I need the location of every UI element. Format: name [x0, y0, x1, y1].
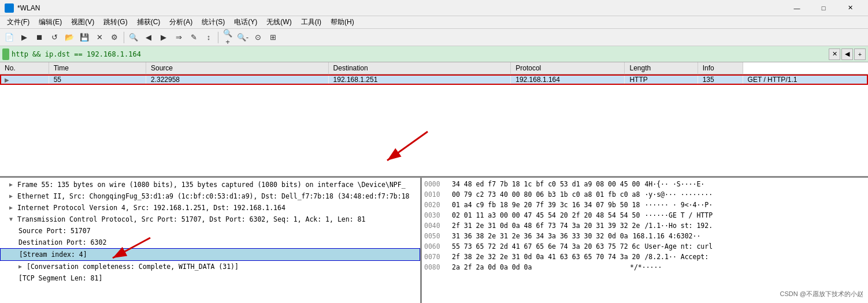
title-bar: *WLAN — □ ✕ [0, 0, 868, 16]
menu-view[interactable]: 视图(V) [66, 16, 99, 28]
detail-text-frame: Frame 55: 135 bytes on wire (1080 bits),… [17, 179, 406, 190]
expand-icon-ip: ▶ [9, 203, 15, 213]
toolbar-mark[interactable]: ✎ [187, 31, 201, 44]
hex-offset: 0050 [424, 231, 447, 241]
detail-sub-conv[interactable]: ▶ [Conversation completeness: Complete, … [0, 261, 420, 272]
close-button[interactable]: ✕ [837, 0, 863, 16]
menu-help[interactable]: 帮助(H) [326, 16, 359, 28]
menu-analyze[interactable]: 分析(A) [165, 16, 197, 28]
toolbar-close[interactable]: ✕ [92, 31, 106, 44]
table-row[interactable]: ▶ 55 2.322958 192.168.1.251 192.168.1.16… [0, 74, 868, 85]
menu-capture[interactable]: 捕获(C) [132, 16, 165, 28]
detail-row-frame[interactable]: ▶ Frame 55: 135 bytes on wire (1080 bits… [0, 179, 420, 190]
filter-input[interactable] [12, 50, 829, 58]
detail-sub-seglen[interactable]: [TCP Segment Len: 81] [0, 272, 420, 284]
col-destination[interactable]: Destination [328, 62, 511, 74]
menu-wireless[interactable]: 无线(W) [262, 16, 296, 28]
packet-list: No. Time Source Destination Protocol Len… [0, 62, 868, 178]
packet-table: No. Time Source Destination Protocol Len… [0, 62, 868, 85]
menu-edit[interactable]: 编辑(E) [34, 16, 66, 28]
toolbar-search[interactable]: 🔍 [127, 31, 140, 44]
toolbar-reload[interactable]: ⚙ [107, 31, 121, 44]
filter-clear-button[interactable]: ✕ [829, 48, 840, 60]
title-bar-left: *WLAN [5, 3, 40, 13]
hex-ascii: /8.2.1·· Accept: [644, 252, 709, 262]
toolbar-sep-1 [124, 32, 124, 43]
toolbar-new[interactable]: 📄 [2, 31, 16, 44]
menu-telephony[interactable]: 电话(Y) [229, 16, 262, 28]
main-content: No. Time Source Destination Protocol Len… [0, 62, 868, 303]
hex-row: 0020 01 a4 c9 fb 18 9e 20 7f 39 3c 16 34… [424, 200, 866, 210]
expand-icon-eth: ▶ [9, 191, 15, 201]
toolbar-zoom-in[interactable]: 🔍+ [221, 31, 235, 44]
packet-details[interactable]: ▶ Frame 55: 135 bytes on wire (1080 bits… [0, 178, 422, 303]
hex-bytes: 00 79 c2 73 40 00 80 06 b3 1b c0 a8 01 f… [452, 189, 640, 200]
toolbar-jump[interactable]: ↕ [202, 31, 216, 44]
menu-statistics[interactable]: 统计(S) [197, 16, 229, 28]
col-protocol[interactable]: Protocol [511, 62, 625, 74]
menu-file[interactable]: 文件(F) [2, 16, 34, 28]
cell-time: 2.322958 [146, 74, 328, 85]
filter-apply-button[interactable]: + [854, 48, 866, 60]
hex-offset: 0030 [424, 210, 447, 220]
cell-destination: 192.168.1.164 [511, 74, 625, 85]
filter-bookmark-button[interactable]: ◀ [841, 48, 853, 60]
maximize-button[interactable]: □ [810, 0, 837, 16]
hex-offset: 0000 [424, 179, 447, 189]
hex-offset: 0060 [424, 241, 447, 252]
toolbar-zoom-reset[interactable]: ⊙ [251, 31, 265, 44]
detail-sub-stream[interactable]: [Stream index: 4] [0, 248, 420, 261]
detail-sub-dstport[interactable]: Destination Port: 6302 [0, 237, 420, 248]
hex-ascii: ······GE T / HTTP [644, 210, 713, 220]
toolbar-stop[interactable]: ⏹ [32, 31, 46, 44]
toolbar-restart[interactable]: ↺ [47, 31, 61, 44]
hex-row: 0060 55 73 65 72 2d 41 67 65 6e 74 3a 20… [424, 241, 866, 252]
toolbar-open-file[interactable]: 📂 [62, 31, 76, 44]
detail-text-srcport: Source Port: 51707 [18, 227, 91, 235]
filter-actions: ✕ ◀ + [829, 48, 866, 60]
hex-row: 0000 34 48 ed f7 7b 18 1c bf c0 53 d1 a9… [424, 179, 866, 189]
hex-bytes: 34 48 ed f7 7b 18 1c bf c0 53 d1 a9 08 0… [452, 179, 640, 189]
title-text: *WLAN [17, 4, 40, 12]
cell-length: 135 [698, 74, 743, 85]
col-no[interactable]: No. [0, 62, 49, 74]
hex-row: 0050 31 36 38 2e 31 2e 36 34 3a 36 33 30… [424, 231, 866, 241]
hex-dump: 0000 34 48 ed f7 7b 18 1c bf c0 53 d1 a9… [422, 178, 868, 303]
col-length[interactable]: Length [625, 62, 698, 74]
toolbar-go-packet[interactable]: ⇒ [172, 31, 186, 44]
col-time[interactable]: Time [49, 62, 146, 74]
menu-go[interactable]: 跳转(G) [99, 16, 132, 28]
col-info[interactable]: Info [698, 62, 743, 74]
detail-sub-srcport[interactable]: Source Port: 51707 [0, 225, 420, 237]
detail-text-dstport: Destination Port: 6302 [18, 238, 106, 246]
hex-ascii: */*····· [630, 262, 662, 272]
detail-row-ip[interactable]: ▶ Internet Protocol Version 4, Src: 192.… [0, 202, 420, 214]
hex-bytes: 2a 2f 2a 0d 0a 0d 0a [452, 262, 625, 272]
toolbar-forward[interactable]: ▶ [157, 31, 170, 44]
cell-indicator: ▶ [0, 74, 49, 85]
menu-tools[interactable]: 工具(I) [296, 16, 326, 28]
hex-row: 0010 00 79 c2 73 40 00 80 06 b3 1b c0 a8… [424, 189, 866, 200]
col-source[interactable]: Source [146, 62, 328, 74]
expand-icon-tcp: ▼ [9, 214, 15, 225]
bottom-panels: ▶ Frame 55: 135 bytes on wire (1080 bits… [0, 178, 868, 303]
minimize-button[interactable]: — [784, 0, 810, 16]
hex-bytes: 55 73 65 72 2d 41 67 65 6e 74 3a 20 63 7… [452, 241, 640, 252]
expand-icon-conv: ▶ [18, 261, 24, 272]
filter-bar: ✕ ◀ + [0, 46, 868, 62]
hex-offset: 0070 [424, 252, 447, 262]
detail-row-ethernet[interactable]: ▶ Ethernet II, Src: ChongqingFug_53:d1:a… [0, 190, 420, 202]
hex-ascii: ······ · 9<·4··P· [644, 200, 713, 210]
toolbar-resize-cols[interactable]: ⊞ [266, 31, 280, 44]
toolbar-zoom-out[interactable]: 🔍- [236, 31, 250, 44]
hex-offset: 0080 [424, 262, 447, 272]
detail-row-tcp[interactable]: ▼ Transmission Control Protocol, Src Por… [0, 214, 420, 225]
detail-text-tcp: Transmission Control Protocol, Src Port:… [17, 214, 365, 225]
hex-row: 0080 2a 2f 2a 0d 0a 0d 0a */*····· [424, 262, 866, 272]
toolbar-save[interactable]: 💾 [77, 31, 91, 44]
detail-text-seglen: [TCP Segment Len: 81] [18, 274, 102, 282]
expand-icon: ▶ [9, 179, 15, 190]
toolbar-open[interactable]: ▶ [17, 31, 31, 44]
cell-info: GET / HTTP/1.1 [743, 74, 867, 85]
toolbar-back[interactable]: ◀ [142, 31, 155, 44]
